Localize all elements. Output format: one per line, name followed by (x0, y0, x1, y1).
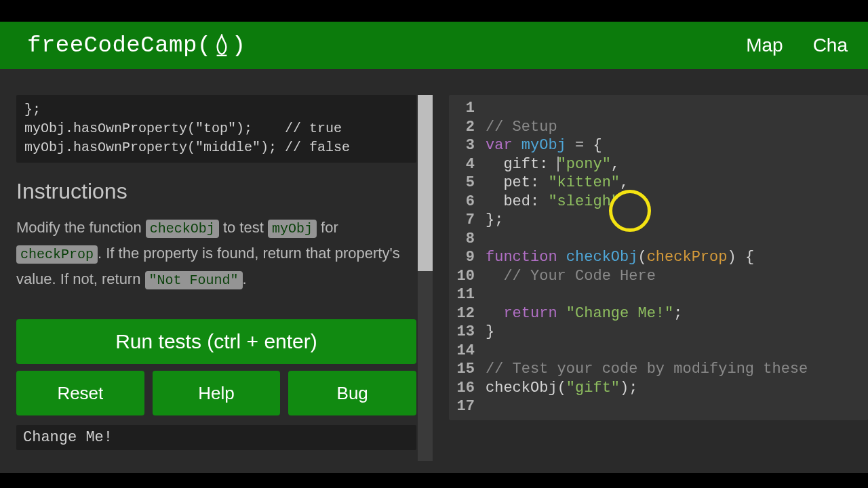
code-pill-myobj: myObj (268, 220, 317, 238)
code-pill-checkprop: checkProp (16, 245, 98, 264)
reset-button[interactable]: Reset (16, 371, 144, 415)
help-button[interactable]: Help (153, 371, 281, 415)
left-panel: }; myObj.hasOwnProperty("top"); // true … (16, 95, 416, 473)
letterbox-bottom (0, 473, 868, 488)
example-line-3: myObj.hasOwnProperty("middle"); // false (24, 140, 350, 155)
right-panel: 1 2// Setup 3var myObj = { 4 gift: "pony… (449, 95, 868, 473)
button-row-primary: Run tests (ctrl + enter) (16, 319, 416, 364)
bug-button[interactable]: Bug (288, 371, 416, 415)
output-console: Change Me! (16, 425, 416, 450)
letterbox-top (0, 0, 868, 22)
nav-links: Map Cha (746, 35, 848, 56)
code-editor[interactable]: 1 2// Setup 3var myObj = { 4 gift: "pony… (449, 95, 868, 420)
main-content: }; myObj.hasOwnProperty("top"); // true … (0, 69, 868, 473)
example-code-block: }; myObj.hasOwnProperty("top"); // true … (16, 95, 416, 163)
nav-chat[interactable]: Cha (813, 35, 848, 56)
code-pill-checkobj: checkObj (146, 220, 219, 238)
example-line-1: }; (24, 102, 41, 117)
run-tests-button[interactable]: Run tests (ctrl + enter) (16, 319, 416, 364)
instructions-text: Modify the function checkObj to test myO… (16, 215, 416, 292)
nav-map[interactable]: Map (746, 35, 783, 56)
scrollbar-track[interactable] (418, 95, 433, 461)
instructions-heading: Instructions (16, 179, 416, 204)
logo-text-left: freeCodeCamp( (27, 33, 212, 58)
logo-text-right: ) (232, 33, 246, 58)
app-frame: freeCodeCamp( ) Map Cha }; myObj.hasOwnP… (0, 22, 868, 473)
code-pill-notfound: "Not Found" (145, 271, 243, 289)
navbar: freeCodeCamp( ) Map Cha (0, 22, 868, 69)
button-row-secondary: Reset Help Bug (16, 371, 416, 415)
logo[interactable]: freeCodeCamp( ) (27, 33, 246, 58)
flame-icon (213, 34, 231, 57)
example-line-2: myObj.hasOwnProperty("top"); // true (24, 121, 342, 136)
scrollbar-thumb[interactable] (418, 95, 433, 271)
